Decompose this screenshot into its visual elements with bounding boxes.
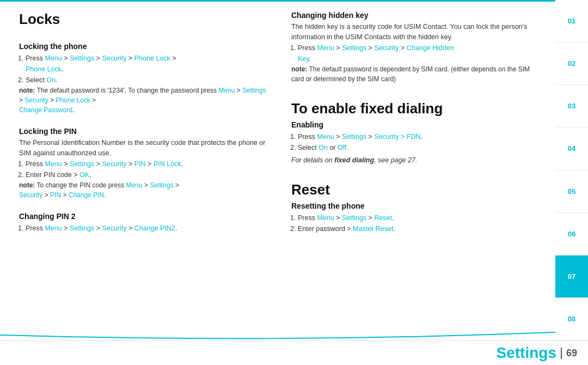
settings-link: Settings (342, 133, 366, 141)
sidebar-item-03[interactable]: 03 (555, 85, 588, 127)
master-reset-link: Master Reset (353, 225, 393, 233)
step-item: Enter password > Master Reset. (298, 223, 542, 234)
security-fdn-link: Security > FDN (374, 133, 420, 141)
sidebar-item-08[interactable]: 08 (555, 298, 588, 340)
sidebar-item-01[interactable]: 01 (555, 0, 588, 42)
sidebar-label: 06 (568, 230, 575, 238)
pin-link: PIN (134, 160, 146, 168)
security-link: Security (102, 224, 126, 232)
enabling-title: Enabling (291, 120, 542, 129)
menu-link: Menu (317, 214, 334, 222)
security-link: Security (102, 54, 126, 62)
changing-hidden-key-intro: The hidden key is a security code for US… (291, 22, 542, 42)
locking-pin-intro: The Personal Identification Number is th… (19, 138, 270, 159)
sidebar-label: 07 (568, 272, 575, 281)
sidebar-item-04[interactable]: 04 (555, 127, 588, 170)
settings-link: Settings (342, 214, 366, 222)
reset-title: Reset (291, 181, 542, 198)
pin-link: PIN (50, 191, 61, 199)
changing-pin2-steps: Press Menu > Settings > Security > Chang… (26, 223, 270, 234)
phone-lock-link: Phone Lock (134, 54, 170, 62)
sidebar-item-05[interactable]: 05 (555, 171, 588, 213)
locking-phone-steps: Press Menu > Settings > Security > Phone… (26, 53, 270, 86)
settings-link: Settings (70, 160, 94, 168)
step-item: Press Menu > Settings > Security > Phone… (26, 53, 270, 75)
note-label: note: (19, 181, 35, 189)
locking-pin-note: note: To change the PIN code press Menu … (19, 180, 270, 200)
security-link: Security (19, 191, 42, 199)
settings-link: Settings (342, 44, 366, 52)
top-line (0, 0, 555, 2)
note-label: note: (291, 65, 307, 73)
page-container: Locks Locking the phone Press Menu > Set… (0, 0, 588, 365)
bottom-curve (0, 330, 555, 340)
step-item: Select On or Off. (298, 142, 542, 153)
page-number: 69 (561, 348, 577, 359)
change-pin-link: Change PIN (69, 191, 104, 199)
sidebar-item-02[interactable]: 02 (555, 42, 588, 85)
sidebar-item-07[interactable]: 07 (555, 256, 588, 298)
on-link: On (318, 144, 328, 151)
locking-phone-title: Locking the phone (19, 42, 270, 51)
changing-hidden-key-note: note: The default password is dependent … (291, 64, 542, 84)
right-column: Changing hidden key The hidden key is a … (291, 11, 542, 332)
sidebar-item-06[interactable]: 06 (555, 213, 588, 256)
reset-link: Reset (374, 214, 392, 222)
resetting-phone-title: Resetting the phone (291, 202, 542, 210)
changing-pin2-section: Changing PIN 2 Press Menu > Settings > S… (19, 212, 270, 234)
menu-link: Menu (45, 224, 62, 232)
step-item: Press Menu > Settings > Security > FDN. (298, 131, 542, 142)
locking-pin-title: Locking the PIN (19, 127, 270, 136)
settings-link: Settings (70, 54, 94, 62)
fixed-dialing-section: To enable fixed dialing Enabling Press M… (291, 100, 542, 166)
footer: Settings 69 (0, 340, 588, 365)
menu-link: Menu (317, 133, 334, 141)
step-item: Enter PIN code > OK. (26, 169, 270, 180)
off-link: Off (338, 144, 346, 151)
pin-lock-link: PIN Lock (154, 160, 181, 168)
locking-pin-steps: Press Menu > Settings > Security > PIN >… (26, 159, 270, 180)
step-item: Select On. (26, 75, 270, 86)
sidebar-label: 04 (568, 144, 575, 153)
menu-link: Menu (45, 54, 62, 62)
sidebar-label: 02 (568, 59, 575, 68)
settings-label: Settings (497, 344, 556, 362)
menu-link: Menu (45, 160, 62, 168)
main-content: Locks Locking the phone Press Menu > Set… (0, 0, 555, 340)
changing-hidden-key-steps: Press Menu > Settings > Security > Chang… (298, 42, 542, 64)
ok-link: OK (79, 171, 89, 179)
menu-link: Menu (126, 181, 143, 189)
security-link: Security (24, 96, 48, 104)
change-pin2-link: Change PIN2 (134, 224, 175, 232)
sidebar-label: 01 (568, 17, 575, 25)
locking-pin-section: Locking the PIN The Personal Identificat… (19, 127, 270, 200)
step-item: Press Menu > Settings > Security > Chang… (26, 223, 270, 234)
resetting-steps: Press Menu > Settings > Reset. Enter pas… (298, 212, 542, 234)
locks-section: Locks (19, 11, 270, 30)
phone-lock-link: Phone Lock (56, 96, 90, 104)
sidebar-label: 03 (568, 102, 575, 110)
fixed-dialing-bold: fixed dialing (334, 156, 374, 164)
note-label: note: (19, 87, 35, 94)
change-password-link: Change Password (19, 106, 72, 114)
changing-hidden-key-section: Changing hidden key The hidden key is a … (291, 11, 542, 84)
security-link: Security (102, 160, 126, 168)
reset-section: Reset Resetting the phone Press Menu > S… (291, 181, 542, 234)
sidebar-label: 08 (568, 315, 575, 323)
fixed-dialing-note: For details on fixed dialing, see page 2… (291, 155, 542, 166)
on-link: On (46, 76, 56, 84)
locking-phone-section: Locking the phone Press Menu > Settings … (19, 42, 270, 115)
menu-link: Menu (317, 44, 334, 52)
sidebar: 01 02 03 04 05 06 07 08 (555, 0, 588, 340)
fixed-dialing-title: To enable fixed dialing (291, 100, 542, 117)
step-item: Press Menu > Settings > Security > PIN >… (26, 159, 270, 169)
phone-lock-link2: Phone Lock (26, 65, 62, 73)
settings-link: Settings (70, 224, 94, 232)
settings-link: Settings (150, 181, 173, 189)
menu-link: Menu (218, 87, 235, 94)
locks-title: Locks (19, 11, 270, 28)
sidebar-label: 05 (568, 187, 575, 196)
left-column: Locks Locking the phone Press Menu > Set… (19, 11, 270, 332)
step-item: Press Menu > Settings > Security > Chang… (298, 42, 542, 64)
settings-link: Settings (242, 87, 266, 94)
